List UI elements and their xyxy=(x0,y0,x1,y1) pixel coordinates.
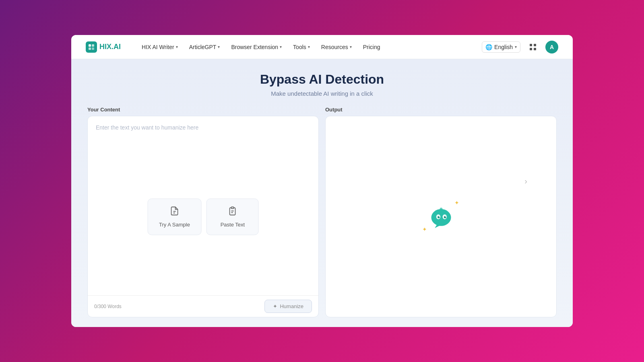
word-count: 0/300 Words xyxy=(94,304,122,309)
svg-point-18 xyxy=(439,216,440,217)
chevron-down-icon: ▾ xyxy=(350,45,352,49)
action-buttons: Try A Sample Paste T xyxy=(147,198,259,235)
paste-text-label: Paste Text xyxy=(221,221,245,227)
logo-text: HIX.AI xyxy=(99,43,121,51)
nav-menu: HIX AI Writer ▾ ArticleGPT ▾ Browser Ext… xyxy=(137,41,482,53)
right-panel-label: Output xyxy=(325,107,557,113)
chevron-down-icon: ▾ xyxy=(515,45,517,49)
svg-rect-6 xyxy=(530,48,532,50)
nav-item-hix-writer[interactable]: HIX AI Writer ▾ xyxy=(137,41,183,53)
svg-rect-3 xyxy=(92,47,94,50)
svg-rect-4 xyxy=(530,44,532,46)
sparkle-icon: ✦ xyxy=(422,226,427,232)
nav-item-pricing[interactable]: Pricing xyxy=(358,41,385,53)
paste-text-button[interactable]: Paste Text xyxy=(206,198,259,235)
robot-mascot: ✦ xyxy=(427,203,455,231)
svg-rect-7 xyxy=(534,48,536,50)
nav-item-tools[interactable]: Tools ▾ xyxy=(288,41,315,53)
svg-rect-2 xyxy=(89,47,91,50)
try-sample-button[interactable]: Try A Sample xyxy=(147,198,202,235)
page-subtitle: Make undetectable AI writing in a click xyxy=(271,90,373,97)
svg-rect-10 xyxy=(231,207,234,208)
logo-icon xyxy=(86,41,97,53)
left-panel-box: Enter the text you want to humanize here xyxy=(87,116,319,317)
clipboard-icon xyxy=(228,206,237,218)
left-panel: Your Content Enter the text you want to … xyxy=(87,107,319,317)
chevron-down-icon: ▾ xyxy=(218,45,220,49)
svg-rect-1 xyxy=(92,44,94,47)
language-label: English xyxy=(494,44,513,50)
humanize-button[interactable]: ✦ Humanize xyxy=(264,300,312,313)
avatar[interactable]: A xyxy=(545,41,558,53)
humanize-label: Humanize xyxy=(280,303,303,309)
sparkle-icon: ✦ xyxy=(454,200,459,206)
language-selector[interactable]: 🌐 English ▾ xyxy=(482,41,520,53)
panel-bottom: 0/300 Words ✦ Humanize xyxy=(88,295,318,317)
app-window: HIX.AI HIX AI Writer ▾ ArticleGPT ▾ Brow… xyxy=(71,35,573,327)
nav-item-browser-extension[interactable]: Browser Extension ▾ xyxy=(226,41,287,53)
right-panel: Output ✦ xyxy=(325,107,557,317)
page-title: Bypass AI Detection xyxy=(260,72,384,87)
right-panel-box: ✦ xyxy=(325,116,557,317)
logo[interactable]: HIX.AI xyxy=(86,41,121,53)
panels-wrapper: Your Content Enter the text you want to … xyxy=(87,107,557,317)
textarea-placeholder: Enter the text you want to humanize here xyxy=(96,124,310,131)
chevron-down-icon: ▾ xyxy=(308,45,310,49)
svg-rect-5 xyxy=(534,44,536,46)
try-sample-label: Try A Sample xyxy=(159,221,190,227)
grid-icon[interactable] xyxy=(527,41,539,53)
svg-point-13 xyxy=(431,209,451,226)
chevron-down-icon: ▾ xyxy=(176,45,178,49)
main-content: Bypass AI Detection Make undetectable AI… xyxy=(71,59,573,327)
nav-right: 🌐 English ▾ A xyxy=(482,41,558,53)
output-content: ✦ xyxy=(326,116,556,317)
globe-icon: 🌐 xyxy=(485,44,492,50)
document-icon xyxy=(169,206,179,218)
left-panel-label: Your Content xyxy=(87,107,319,113)
nav-item-resources[interactable]: Resources ▾ xyxy=(316,41,357,53)
sparkle-icon: ✦ xyxy=(273,303,277,309)
nav-item-articlegpt[interactable]: ArticleGPT ▾ xyxy=(184,41,225,53)
chevron-down-icon: ▾ xyxy=(280,45,282,49)
svg-point-19 xyxy=(445,216,446,217)
navbar: HIX.AI HIX AI Writer ▾ ArticleGPT ▾ Brow… xyxy=(71,35,573,59)
svg-rect-0 xyxy=(89,44,91,47)
